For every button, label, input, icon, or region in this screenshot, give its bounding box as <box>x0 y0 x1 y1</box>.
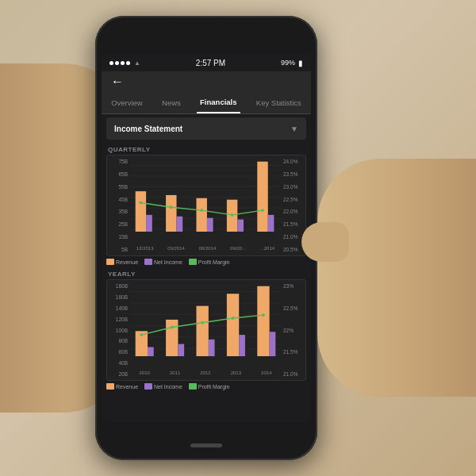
q-profit-dot-2 <box>170 205 173 209</box>
y-profit-dot-2 <box>171 326 174 329</box>
yearly-chart: 180B 160B 140B 120B 100B 80B 60B 40B 20B <box>106 279 306 381</box>
legend-net-income: Net Income <box>144 259 182 265</box>
quarterly-y-axis-left: 75B 65B 55B 45B 35B 25B 15B 5B <box>107 155 129 255</box>
phone-notch <box>182 27 230 33</box>
q-bar-netincome-1 <box>146 215 152 232</box>
status-time: 2:57 PM <box>196 59 225 67</box>
legend-profit-margin: Profit Margin <box>189 259 230 265</box>
yearly-y-axis-left: 180B 160B 140B 120B 100B 80B 60B 40B 20B <box>107 280 129 380</box>
quarterly-label: QUARTERLY <box>106 143 306 155</box>
yearly-label: YEARLY <box>106 267 306 279</box>
yearly-y-axis-right: 23% 22.5% 22% 21.5% 21.0% <box>282 280 305 380</box>
dropdown-arrow-icon: ▼ <box>290 125 298 133</box>
yearly-legend-net-income: Net Income <box>144 383 182 390</box>
q-profit-dot-1 <box>139 202 142 205</box>
signal-dot-4 <box>126 61 130 65</box>
dropdown-label: Income Statement <box>114 125 182 133</box>
yearly-legend-revenue-color <box>106 383 114 390</box>
status-icons: 99% ▮ <box>281 59 303 67</box>
signal-dot-3 <box>121 61 125 65</box>
legend-profit-color <box>189 259 197 265</box>
tab-news[interactable]: News <box>159 92 184 113</box>
q-profit-dot-5 <box>261 209 264 212</box>
signal-dot-2 <box>115 61 119 65</box>
phone-screen: ▲ 2:57 PM 99% ▮ ← Overview News <box>102 54 311 422</box>
hand-right <box>317 159 476 397</box>
yearly-chart-inner: 180B 160B 140B 120B 100B 80B 60B 40B 20B <box>107 280 305 380</box>
y-profit-dot-5 <box>262 313 265 317</box>
tab-overview[interactable]: Overview <box>108 92 146 113</box>
q-bar-revenue-5 <box>257 162 267 232</box>
quarterly-chart-inner: 75B 65B 55B 45B 35B 25B 15B 5B 24.0% <box>107 155 305 255</box>
tab-key-statistics[interactable]: Key Statistics <box>253 92 305 113</box>
quarterly-x-axis: 12/2013 03/2014 06/2014 09/20... ...2014 <box>129 241 282 255</box>
finger-tip <box>301 222 349 262</box>
status-dots: ▲ <box>109 60 140 67</box>
q-bar-revenue-1 <box>136 191 146 232</box>
y-profit-dot-1 <box>140 333 143 336</box>
y-bar-revenue-3 <box>196 306 208 356</box>
yearly-x-axis: 2010 2011 2012 2013 2014 <box>129 366 282 380</box>
y-bar-netincome-4 <box>239 335 245 356</box>
phone-home-button[interactable] <box>190 443 222 447</box>
yearly-legend-profit-margin: Profit Margin <box>189 383 230 390</box>
y-bar-netincome-5 <box>270 332 276 356</box>
scene: ▲ 2:57 PM 99% ▮ ← Overview News <box>0 0 476 476</box>
quarterly-section: QUARTERLY 75B 65B 55B 45B 35B 25B 15B 5B <box>102 143 311 256</box>
y-bar-revenue-2 <box>166 320 178 356</box>
back-arrow[interactable]: ← <box>111 75 124 89</box>
back-bar[interactable]: ← <box>102 71 311 92</box>
legend-revenue-label: Revenue <box>116 259 138 265</box>
tab-financials[interactable]: Financials <box>197 92 240 113</box>
signal-dot-1 <box>109 61 113 65</box>
yearly-legend-profit-color <box>189 383 197 390</box>
phone: ▲ 2:57 PM 99% ▮ ← Overview News <box>95 16 317 460</box>
q-bar-netincome-4 <box>237 220 244 232</box>
yearly-legend-revenue-label: Revenue <box>116 384 138 390</box>
yearly-legend-netincome-color <box>144 383 152 390</box>
yearly-legend-profit-label: Profit Margin <box>198 384 230 390</box>
legend-profit-label: Profit Margin <box>198 259 230 265</box>
quarterly-legend: Revenue Net Income Profit Margin <box>102 256 311 267</box>
yearly-legend-revenue: Revenue <box>106 383 138 390</box>
yearly-legend-netincome-label: Net Income <box>154 384 182 390</box>
q-bar-netincome-3 <box>207 218 213 232</box>
quarterly-chart-svg <box>129 155 282 240</box>
legend-netincome-label: Net Income <box>154 259 182 265</box>
legend-revenue-color <box>106 259 114 265</box>
q-bar-netincome-5 <box>268 215 274 232</box>
y-bar-netincome-2 <box>178 344 184 356</box>
y-bar-netincome-1 <box>148 347 154 356</box>
y-bar-revenue-5 <box>257 286 269 356</box>
q-bar-netincome-2 <box>177 217 183 232</box>
status-bar: ▲ 2:57 PM 99% ▮ <box>102 54 311 71</box>
q-profit-dot-3 <box>200 209 203 212</box>
y-profit-dot-4 <box>232 317 235 320</box>
yearly-legend: Revenue Net Income Profit Margin <box>102 381 311 392</box>
y-profit-dot-3 <box>201 321 204 324</box>
yearly-chart-svg <box>129 280 282 364</box>
y-bar-revenue-4 <box>227 294 239 356</box>
legend-netincome-color <box>144 259 152 265</box>
battery-icon: ▮ <box>298 59 303 67</box>
wifi-icon: ▲ <box>134 60 140 67</box>
legend-revenue: Revenue <box>106 259 138 265</box>
q-bar-revenue-3 <box>196 198 206 232</box>
battery-percent: 99% <box>281 59 295 67</box>
yearly-section: YEARLY 180B 160B 140B 120B 100B 80B 60B … <box>102 267 311 381</box>
q-bar-revenue-2 <box>166 195 176 232</box>
quarterly-chart: 75B 65B 55B 45B 35B 25B 15B 5B 24.0% <box>106 155 306 256</box>
q-profit-dot-4 <box>231 213 234 217</box>
y-bar-netincome-3 <box>209 340 215 356</box>
nav-tabs: Overview News Financials Key Statistics <box>102 92 311 114</box>
income-statement-dropdown[interactable]: Income Statement ▼ <box>106 117 306 140</box>
